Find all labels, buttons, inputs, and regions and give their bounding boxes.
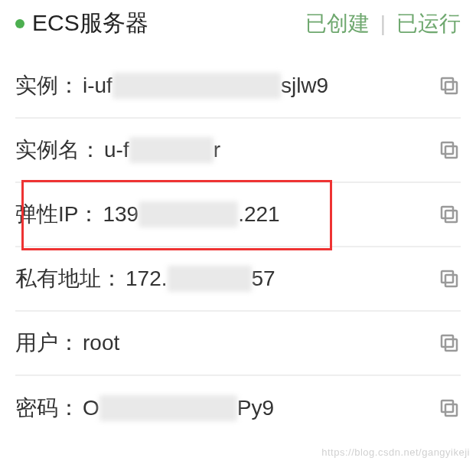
status-created: 已创建: [305, 9, 370, 38]
svg-rect-9: [442, 335, 453, 347]
svg-rect-6: [445, 275, 457, 286]
instance-name-label: 实例名：: [15, 136, 101, 165]
private-addr-value: 172. 57: [126, 266, 432, 292]
svg-rect-4: [445, 211, 457, 222]
svg-rect-3: [442, 142, 453, 154]
divider-icon: |: [377, 11, 389, 36]
svg-rect-1: [442, 78, 453, 90]
svg-rect-2: [445, 146, 457, 158]
watermark-text: https://blog.csdn.net/gangyikeji: [321, 446, 470, 458]
svg-rect-7: [442, 271, 453, 283]
copy-icon[interactable]: [438, 332, 461, 355]
svg-rect-0: [445, 82, 457, 93]
elastic-ip-value: 139 .221: [103, 201, 432, 227]
instance-name-value: u-f r: [104, 137, 432, 163]
redacted-icon: [129, 137, 214, 163]
panel-title: ECS服务器: [32, 8, 148, 39]
instance-label: 实例：: [15, 71, 80, 100]
redacted-icon: [168, 266, 252, 292]
ecs-panel: ECS服务器 已创建 | 已运行 实例： i-uf sjlw9 实例名： u-f…: [0, 0, 476, 440]
instance-value: i-uf sjlw9: [83, 73, 432, 99]
row-elastic-ip: 弹性IP： 139 .221: [15, 183, 461, 247]
password-label: 密码：: [15, 394, 80, 423]
redacted-icon: [112, 73, 281, 99]
svg-rect-5: [442, 207, 453, 218]
copy-icon[interactable]: [438, 139, 461, 162]
svg-rect-8: [445, 339, 457, 351]
copy-icon[interactable]: [438, 397, 461, 420]
copy-icon[interactable]: [438, 74, 461, 97]
user-label: 用户：: [15, 329, 80, 358]
redacted-icon: [99, 395, 237, 421]
svg-rect-10: [445, 404, 457, 416]
private-addr-label: 私有地址：: [15, 264, 122, 293]
status-dot-icon: [15, 19, 24, 28]
row-user: 用户： root: [15, 312, 461, 376]
row-instance: 实例： i-uf sjlw9: [15, 54, 461, 119]
svg-rect-11: [442, 401, 453, 412]
elastic-ip-label: 弹性IP：: [15, 200, 99, 229]
copy-icon[interactable]: [438, 203, 461, 226]
redacted-icon: [139, 201, 238, 227]
status-running: 已运行: [396, 9, 461, 38]
panel-header: ECS服务器 已创建 | 已运行: [15, 0, 461, 54]
row-instance-name: 实例名： u-f r: [15, 119, 461, 183]
user-value: root: [83, 331, 432, 355]
copy-icon[interactable]: [438, 267, 461, 290]
row-private-addr: 私有地址： 172. 57: [15, 247, 461, 312]
row-password: 密码： O Py9: [15, 376, 461, 440]
password-value: O Py9: [83, 395, 432, 421]
